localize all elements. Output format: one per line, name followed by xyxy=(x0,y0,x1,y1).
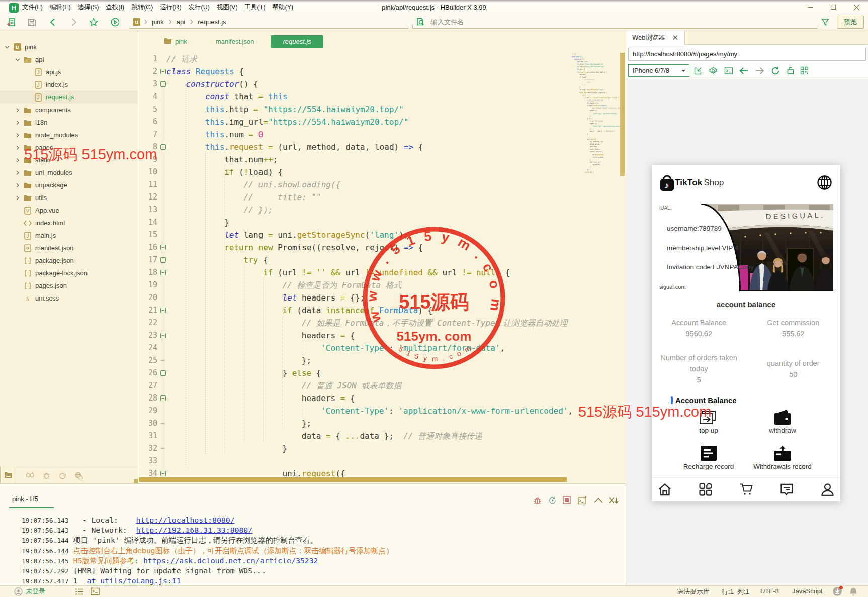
line-number[interactable]: 23 xyxy=(139,329,166,342)
fold-marker[interactable] xyxy=(160,395,166,401)
user-account-icon[interactable] xyxy=(14,587,23,596)
url-input[interactable]: http://localhost:8080/#/pages/my/my xyxy=(628,48,866,61)
tree-item-uni.scss[interactable]: Suni.scss xyxy=(0,292,138,305)
login-status[interactable]: 未登录 xyxy=(26,587,45,596)
home-icon[interactable] xyxy=(657,482,672,497)
breadcrumb-item[interactable]: pink xyxy=(149,18,167,26)
chevron-right-icon[interactable] xyxy=(15,108,20,113)
tree-item-unpackage[interactable]: unpackage xyxy=(0,179,138,191)
debug-bug-icon[interactable] xyxy=(532,495,542,505)
line-number[interactable]: 4 xyxy=(139,90,166,103)
recharge-record-button[interactable]: Recharge record xyxy=(681,444,736,470)
line-number[interactable]: 7 xyxy=(139,128,166,141)
fold-marker[interactable] xyxy=(160,81,166,87)
update-download-icon[interactable] xyxy=(832,586,842,596)
tree-item-request.js[interactable]: Jrequest.js xyxy=(0,91,138,104)
chevron-right-icon[interactable] xyxy=(15,133,20,138)
profile-icon[interactable] xyxy=(820,482,835,497)
bookmark-star-icon[interactable] xyxy=(87,16,100,29)
line-number[interactable]: 34 xyxy=(139,467,166,477)
line-number[interactable]: 22 xyxy=(139,317,166,329)
maximize-button[interactable] xyxy=(822,0,845,14)
tree-item-components[interactable]: components xyxy=(0,104,138,116)
line-number[interactable]: 11 xyxy=(139,178,166,191)
tree-item-index.js[interactable]: Jindex.js xyxy=(0,78,138,91)
fold-marker[interactable] xyxy=(160,471,166,476)
line-number[interactable]: 24 xyxy=(139,342,166,354)
tree-item-main.js[interactable]: Jmain.js xyxy=(0,229,138,242)
chevron-down-icon[interactable] xyxy=(5,45,10,50)
fold-marker[interactable] xyxy=(160,245,166,250)
fold-marker[interactable] xyxy=(160,370,166,376)
fold-marker[interactable] xyxy=(160,333,166,338)
menu-item[interactable]: 选择(S) xyxy=(74,0,103,14)
tree-item-node_modules[interactable]: node_modules xyxy=(0,129,138,141)
line-number[interactable]: 12 xyxy=(139,191,166,204)
line-number[interactable]: 32 xyxy=(139,442,166,455)
fold-marker[interactable] xyxy=(160,308,166,313)
save-button[interactable] xyxy=(25,16,38,29)
syntax-lib-status[interactable]: 语法提示库 xyxy=(677,587,710,596)
sidebar-resize-handle[interactable] xyxy=(134,479,138,483)
breadcrumb-item[interactable]: api xyxy=(173,18,188,26)
horizontal-scrollbar[interactable] xyxy=(139,477,567,482)
console-terminal-icon[interactable] xyxy=(722,64,735,77)
console-link[interactable]: https://ask.dcloud.net.cn/article/35232 xyxy=(143,556,318,565)
line-number[interactable]: 1 xyxy=(139,53,166,65)
chevron-right-icon[interactable] xyxy=(15,158,20,163)
tree-item-i18n[interactable]: i18n xyxy=(0,116,138,129)
menu-item[interactable]: 查找(I) xyxy=(102,0,128,14)
new-terminal-icon[interactable] xyxy=(577,495,587,505)
line-number[interactable]: 29 xyxy=(139,405,166,417)
tree-item-uni_modules[interactable]: uni_modules xyxy=(0,166,138,179)
tree-item-api.js[interactable]: Japi.js xyxy=(0,66,138,78)
menu-item[interactable]: 编辑(E) xyxy=(46,0,74,14)
run-button[interactable] xyxy=(109,16,122,29)
menu-item[interactable]: 跳转(G) xyxy=(128,0,156,14)
tree-item-utils[interactable]: utils xyxy=(0,191,138,204)
chevron-right-icon[interactable] xyxy=(15,183,20,188)
console-tab[interactable]: pink - H5 xyxy=(12,495,38,503)
language-globe-icon[interactable] xyxy=(817,175,832,190)
tab-debug[interactable] xyxy=(38,467,54,484)
line-number[interactable]: 30 xyxy=(139,417,166,430)
tab-refresh[interactable] xyxy=(54,467,70,484)
outline-list-icon[interactable] xyxy=(75,588,84,595)
line-number[interactable]: 10 xyxy=(139,166,166,178)
console-link[interactable]: at utils/toLang.js:11 xyxy=(87,576,181,585)
tree-item-package-lock.json[interactable]: package-lock.json xyxy=(0,267,138,279)
line-number[interactable]: 5 xyxy=(139,103,166,116)
forward-button[interactable] xyxy=(67,16,80,29)
fold-marker[interactable] xyxy=(160,270,166,275)
line-number[interactable]: 19 xyxy=(139,279,166,291)
menu-item[interactable]: 视图(V) xyxy=(213,0,241,14)
line-number[interactable]: 31 xyxy=(139,430,166,442)
chat-icon[interactable] xyxy=(779,482,794,497)
breadcrumb[interactable]: u pink api request.js xyxy=(130,16,408,29)
chevron-right-icon[interactable] xyxy=(15,145,20,150)
withdraw-button[interactable]: withdraw xyxy=(755,408,810,434)
encoding-status[interactable]: UTF-8 xyxy=(760,587,779,595)
tab-web[interactable] xyxy=(70,467,86,484)
line-number[interactable]: 6 xyxy=(139,116,166,128)
tree-item-api[interactable]: api xyxy=(0,53,138,66)
menu-item[interactable]: 文件(F) xyxy=(19,0,46,14)
line-number[interactable]: 15 xyxy=(139,229,166,241)
tree-item-pink[interactable]: upink xyxy=(0,41,138,53)
device-select[interactable]: iPhone 6/7/8 xyxy=(628,64,689,77)
line-number[interactable]: 16 xyxy=(139,241,166,254)
restart-icon[interactable] xyxy=(547,495,557,505)
terminal-status-icon[interactable] xyxy=(91,587,100,595)
menu-item[interactable]: 工具(T) xyxy=(241,0,269,14)
menu-item[interactable]: 帮助(Y) xyxy=(269,0,297,14)
file-search-input[interactable]: 输入文件名 xyxy=(412,16,817,29)
qrcode-icon[interactable] xyxy=(798,64,811,77)
chevron-right-icon[interactable] xyxy=(15,170,20,175)
line-number[interactable]: 18 xyxy=(139,266,166,279)
minimize-button[interactable] xyxy=(799,0,822,14)
chevron-down-icon[interactable] xyxy=(15,57,20,62)
new-file-button[interactable] xyxy=(5,16,18,29)
line-number[interactable]: 20 xyxy=(139,291,166,304)
tree-item-App.vue[interactable]: VApp.vue xyxy=(0,204,138,217)
invitation-code-text[interactable]: Invitation code:FJVNPACopy xyxy=(667,263,754,271)
